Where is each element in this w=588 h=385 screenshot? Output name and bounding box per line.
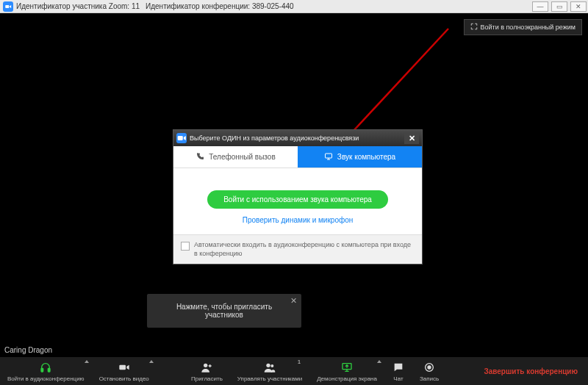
svg-rect-0 bbox=[5, 4, 9, 7]
phone-icon bbox=[196, 152, 204, 162]
end-meeting-button[interactable]: Завершить конференцию bbox=[473, 367, 588, 375]
svg-point-9 bbox=[270, 364, 273, 367]
fullscreen-label: Войти в полноэкранный режим bbox=[481, 24, 576, 31]
test-speaker-mic-link[interactable]: Проверить динамик и микрофон bbox=[181, 216, 415, 224]
join-with-computer-audio-button[interactable]: Войти с использованием звука компьютера bbox=[207, 190, 388, 209]
fullscreen-icon bbox=[470, 23, 478, 32]
stop-video-button[interactable]: Остановить видео bbox=[92, 357, 157, 385]
invite-tooltip-text: Нажмите, чтобы пригласить участников bbox=[176, 303, 272, 319]
invite-label: Пригласить bbox=[191, 375, 223, 382]
svg-rect-4 bbox=[41, 368, 43, 372]
meeting-toolbar: Войти в аудиоконференцию Остановить виде… bbox=[0, 357, 588, 385]
dialog-title: Выберите ОДИН из параметров аудиоконфере… bbox=[190, 134, 404, 142]
auto-join-audio-checkbox[interactable] bbox=[181, 242, 190, 251]
manage-participants-label: Управлять участниками bbox=[237, 375, 302, 382]
window-maximize-button[interactable]: ▭ bbox=[551, 1, 567, 12]
record-button[interactable]: Запись bbox=[412, 357, 446, 385]
audio-options-dialog: Выберите ОДИН из параметров аудиоконфере… bbox=[173, 129, 423, 265]
invite-tooltip: ✕ Нажмите, чтобы пригласить участников bbox=[147, 294, 301, 328]
participants-icon bbox=[263, 361, 276, 375]
svg-point-7 bbox=[204, 364, 207, 367]
monitor-icon bbox=[324, 152, 333, 162]
share-screen-button[interactable]: Демонстрация экрана bbox=[309, 357, 384, 385]
chat-icon bbox=[392, 361, 405, 375]
join-audio-label: Войти в аудиоконференцию bbox=[7, 375, 85, 382]
invite-icon bbox=[200, 361, 213, 375]
zoom-logo-icon bbox=[176, 133, 187, 143]
camera-icon bbox=[118, 361, 131, 375]
join-audio-button[interactable]: Войти в аудиоконференцию bbox=[0, 357, 92, 385]
svg-rect-2 bbox=[178, 136, 183, 140]
video-area: Войти в полноэкранный режим Выберите ОДИ… bbox=[0, 13, 588, 357]
zoom-logo-icon bbox=[3, 1, 13, 12]
window-titlebar: Идентификатор участника Zoom: 11 Идентиф… bbox=[0, 0, 588, 13]
window-minimize-button[interactable]: — bbox=[532, 1, 548, 12]
chat-label: Чат bbox=[393, 375, 403, 382]
enter-fullscreen-button[interactable]: Войти в полноэкранный режим bbox=[464, 19, 583, 35]
participants-count-badge: 1 bbox=[298, 359, 301, 365]
headphones-icon bbox=[39, 361, 52, 375]
tab-phone-call[interactable]: Телефонный вызов bbox=[173, 146, 298, 168]
tab-computer-audio[interactable]: Звук компьютера bbox=[298, 146, 422, 168]
participant-name-label: Caring Dragon bbox=[4, 346, 52, 354]
auto-join-audio-label: Автоматически входить в аудиоконференцию… bbox=[194, 241, 415, 258]
chat-button[interactable]: Чат bbox=[384, 357, 412, 385]
svg-rect-3 bbox=[325, 154, 331, 158]
tab-phone-label: Телефонный вызов bbox=[209, 153, 275, 161]
svg-rect-5 bbox=[49, 368, 51, 372]
chevron-up-icon[interactable] bbox=[377, 360, 381, 363]
chevron-up-icon[interactable] bbox=[85, 360, 89, 363]
share-screen-icon bbox=[340, 361, 354, 375]
tooltip-close-button[interactable]: ✕ bbox=[290, 296, 297, 306]
window-close-button[interactable]: ✕ bbox=[570, 1, 587, 12]
tab-computer-label: Звук компьютера bbox=[337, 153, 395, 161]
record-icon bbox=[423, 361, 436, 375]
conference-id-text: Идентификатор конференции: 389-025-440 bbox=[146, 2, 294, 10]
svg-rect-6 bbox=[119, 365, 126, 370]
invite-button[interactable]: Пригласить bbox=[184, 357, 230, 385]
stop-video-label: Остановить видео bbox=[99, 375, 149, 382]
share-screen-label: Демонстрация экрана bbox=[317, 375, 377, 382]
record-label: Запись bbox=[420, 375, 439, 382]
chevron-up-icon[interactable] bbox=[149, 360, 154, 363]
manage-participants-button[interactable]: 1 Управлять участниками bbox=[230, 357, 309, 385]
svg-point-12 bbox=[428, 366, 431, 369]
dialog-close-button[interactable]: ✕ bbox=[404, 132, 419, 144]
participant-id-text: Идентификатор участника Zoom: 11 bbox=[16, 2, 140, 10]
svg-point-8 bbox=[266, 364, 270, 367]
dialog-titlebar: Выберите ОДИН из параметров аудиоконфере… bbox=[173, 130, 422, 146]
